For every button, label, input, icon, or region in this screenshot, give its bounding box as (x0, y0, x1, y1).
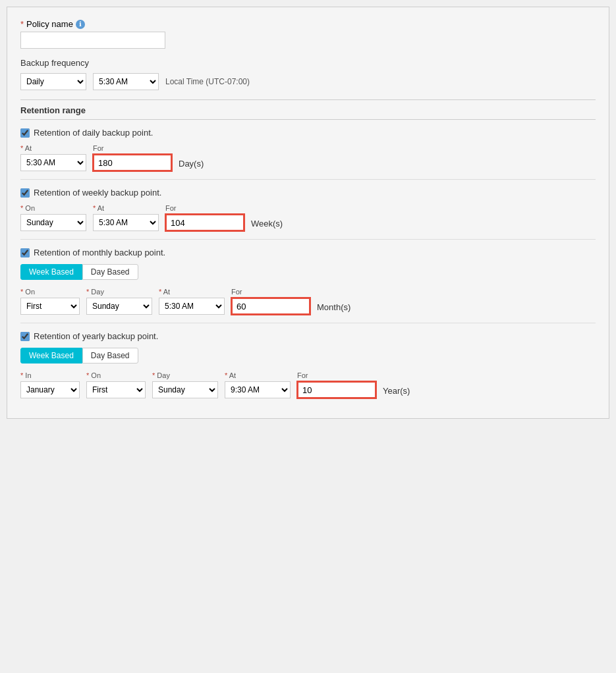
monthly-day-select[interactable]: Sunday (86, 298, 152, 315)
frequency-row: Daily 5:30 AM Local Time (UTC-07:00) (20, 73, 596, 90)
monthly-at-label: * At (159, 288, 225, 296)
yearly-tab-row: Week Based Day Based (20, 348, 596, 363)
yearly-for-input[interactable] (297, 381, 376, 398)
yearly-checkbox-label: Retention of yearly backup point. (34, 331, 158, 341)
yearly-fields-row: * In January * On First * Day Sunday * A… (20, 371, 596, 398)
weekly-at-group: * At 5:30 AM (93, 204, 159, 231)
yearly-at-group: * At 9:30 AM (225, 371, 291, 398)
yearly-at-select[interactable]: 9:30 AM (225, 381, 291, 398)
yearly-unit-label: Year(s) (383, 386, 410, 398)
daily-at-group: * At 5:30 AM (20, 144, 86, 171)
monthly-checkbox-label: Retention of monthly backup point. (34, 248, 165, 257)
monthly-fields-row: * On First * Day Sunday * At 5:30 AM For (20, 288, 596, 315)
monthly-on-select[interactable]: First (20, 298, 80, 315)
main-container: * Policy name ℹ Backup frequency Daily 5… (7, 7, 609, 419)
daily-for-group: For (93, 144, 172, 171)
monthly-day-based-tab[interactable]: Day Based (82, 264, 138, 280)
yearly-day-based-tab[interactable]: Day Based (82, 348, 138, 363)
weekly-on-label: * On (20, 204, 86, 212)
daily-at-select[interactable]: 5:30 AM (20, 154, 86, 171)
required-star: * (20, 19, 24, 29)
weekly-checkbox-row: Retention of weekly backup point. (20, 188, 596, 198)
monthly-for-input[interactable] (231, 298, 310, 315)
weekly-for-label: For (165, 204, 244, 212)
daily-fields-row: * At 5:30 AM For Day(s) (20, 144, 596, 171)
weekly-on-group: * On Sunday (20, 204, 86, 231)
yearly-at-label: * At (225, 371, 291, 379)
monthly-at-select[interactable]: 5:30 AM (159, 298, 225, 315)
weekly-retention-section: Retention of weekly backup point. * On S… (20, 180, 596, 240)
daily-for-input[interactable] (93, 154, 172, 171)
yearly-retention-section: Retention of yearly backup point. Week B… (20, 323, 596, 406)
yearly-on-group: * On First (86, 371, 146, 398)
daily-checkbox[interactable] (20, 128, 30, 138)
daily-at-label: * At (20, 144, 86, 152)
daily-checkbox-row: Retention of daily backup point. (20, 128, 596, 138)
weekly-unit-label: Week(s) (251, 219, 283, 231)
time-select[interactable]: 5:30 AM (93, 73, 159, 90)
yearly-week-based-tab[interactable]: Week Based (20, 348, 82, 363)
yearly-on-label: * On (86, 371, 146, 379)
weekly-at-select[interactable]: 5:30 AM (93, 214, 159, 231)
weekly-fields-row: * On Sunday * At 5:30 AM For Week(s) (20, 204, 596, 231)
weekly-checkbox-label: Retention of weekly backup point. (34, 188, 161, 198)
yearly-checkbox[interactable] (20, 332, 30, 341)
backup-frequency-section: Backup frequency Daily 5:30 AM Local Tim… (20, 58, 596, 90)
policy-name-section: * Policy name ℹ (20, 19, 596, 49)
retention-range-header: Retention range (20, 99, 596, 120)
daily-for-label: For (93, 144, 172, 152)
yearly-in-group: * In January (20, 371, 80, 398)
weekly-checkbox[interactable] (20, 188, 30, 198)
weekly-for-input[interactable] (165, 214, 244, 231)
yearly-checkbox-row: Retention of yearly backup point. (20, 331, 596, 341)
monthly-week-based-tab[interactable]: Week Based (20, 264, 82, 280)
daily-retention-section: Retention of daily backup point. * At 5:… (20, 120, 596, 180)
yearly-day-label: * Day (152, 371, 218, 379)
monthly-checkbox[interactable] (20, 248, 30, 257)
yearly-in-label: * In (20, 371, 80, 379)
monthly-day-label: * Day (86, 288, 152, 296)
weekly-for-group: For (165, 204, 244, 231)
yearly-for-label: For (297, 371, 376, 379)
daily-unit-label: Day(s) (179, 159, 204, 171)
frequency-select[interactable]: Daily (20, 73, 86, 90)
monthly-day-group: * Day Sunday (86, 288, 152, 315)
yearly-day-select[interactable]: Sunday (152, 381, 218, 398)
yearly-in-select[interactable]: January (20, 381, 80, 398)
policy-name-input[interactable] (20, 32, 165, 49)
monthly-for-label: For (231, 288, 310, 296)
yearly-day-group: * Day Sunday (152, 371, 218, 398)
backup-frequency-label: Backup frequency (20, 58, 596, 68)
policy-name-label: Policy name (26, 19, 73, 29)
yearly-for-group: For (297, 371, 376, 398)
monthly-at-group: * At 5:30 AM (159, 288, 225, 315)
monthly-checkbox-row: Retention of monthly backup point. (20, 248, 596, 257)
timezone-label: Local Time (UTC-07:00) (165, 77, 250, 86)
weekly-at-label: * At (93, 204, 159, 212)
info-icon[interactable]: ℹ (76, 20, 85, 29)
monthly-unit-label: Month(s) (317, 302, 350, 315)
monthly-tab-row: Week Based Day Based (20, 264, 596, 280)
monthly-on-group: * On First (20, 288, 80, 315)
weekly-on-select[interactable]: Sunday (20, 214, 86, 231)
daily-checkbox-label: Retention of daily backup point. (34, 128, 153, 138)
monthly-for-group: For (231, 288, 310, 315)
monthly-on-label: * On (20, 288, 80, 296)
yearly-on-select[interactable]: First (86, 381, 146, 398)
monthly-retention-section: Retention of monthly backup point. Week … (20, 240, 596, 323)
